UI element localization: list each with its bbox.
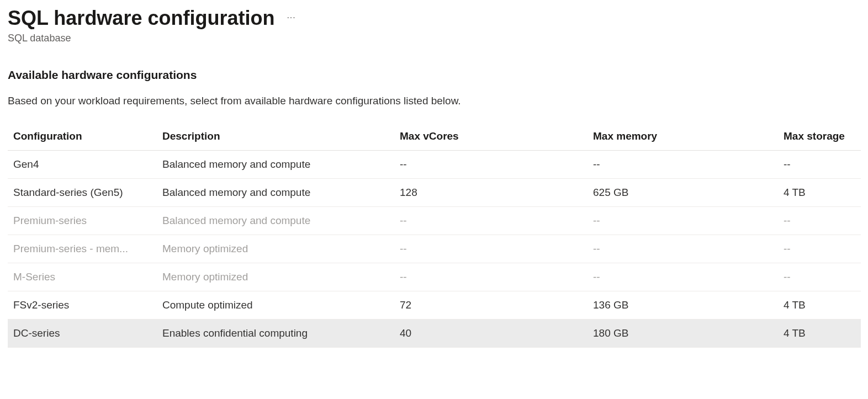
page-subtitle: SQL database	[8, 33, 860, 44]
table-row[interactable]: M-SeriesMemory optimized------	[8, 263, 861, 291]
column-header-description[interactable]: Description	[157, 123, 394, 151]
section-description: Based on your workload requirements, sel…	[8, 95, 860, 107]
cell-description: Compute optimized	[157, 291, 394, 320]
cell-max-storage: --	[778, 235, 861, 263]
cell-max-vcores: --	[394, 263, 588, 291]
cell-max-memory: --	[588, 235, 778, 263]
table-row[interactable]: DC-seriesEnables confidential computing4…	[8, 320, 861, 348]
table-row[interactable]: Premium-series - mem...Memory optimized-…	[8, 235, 861, 263]
column-header-max-vcores[interactable]: Max vCores	[394, 123, 588, 151]
cell-description: Balanced memory and compute	[157, 207, 394, 235]
cell-max-storage: --	[778, 263, 861, 291]
cell-configuration: M-Series	[8, 263, 157, 291]
cell-description: Enables confidential computing	[157, 320, 394, 348]
cell-max-vcores: 128	[394, 179, 588, 207]
cell-configuration: Standard-series (Gen5)	[8, 179, 157, 207]
cell-configuration: Premium-series - mem...	[8, 235, 157, 263]
table-row[interactable]: Premium-seriesBalanced memory and comput…	[8, 207, 861, 235]
cell-configuration: Gen4	[8, 151, 157, 179]
cell-max-storage: 4 TB	[778, 320, 861, 348]
cell-description: Memory optimized	[157, 263, 394, 291]
cell-description: Memory optimized	[157, 235, 394, 263]
table-row[interactable]: Standard-series (Gen5)Balanced memory an…	[8, 179, 861, 207]
cell-max-vcores: --	[394, 151, 588, 179]
cell-max-memory: 180 GB	[588, 320, 778, 348]
more-options-icon[interactable]: ···	[287, 13, 295, 23]
cell-max-storage: --	[778, 207, 861, 235]
cell-configuration: DC-series	[8, 320, 157, 348]
table-row[interactable]: FSv2-seriesCompute optimized72136 GB4 TB	[8, 291, 861, 320]
cell-max-memory: --	[588, 151, 778, 179]
cell-max-vcores: --	[394, 207, 588, 235]
cell-configuration: FSv2-series	[8, 291, 157, 320]
cell-description: Balanced memory and compute	[157, 179, 394, 207]
cell-description: Balanced memory and compute	[157, 151, 394, 179]
cell-max-memory: --	[588, 207, 778, 235]
cell-max-storage: 4 TB	[778, 179, 861, 207]
cell-max-storage: --	[778, 151, 861, 179]
cell-max-vcores: --	[394, 235, 588, 263]
cell-max-memory: 136 GB	[588, 291, 778, 320]
column-header-configuration[interactable]: Configuration	[8, 123, 157, 151]
page-title: SQL hardware configuration	[8, 6, 274, 30]
column-header-max-memory[interactable]: Max memory	[588, 123, 778, 151]
cell-max-memory: --	[588, 263, 778, 291]
cell-max-storage: 4 TB	[778, 291, 861, 320]
cell-max-vcores: 40	[394, 320, 588, 348]
hardware-config-table: Configuration Description Max vCores Max…	[8, 123, 861, 348]
table-row[interactable]: Gen4Balanced memory and compute------	[8, 151, 861, 179]
cell-max-memory: 625 GB	[588, 179, 778, 207]
section-heading: Available hardware configurations	[8, 68, 860, 82]
cell-configuration: Premium-series	[8, 207, 157, 235]
cell-max-vcores: 72	[394, 291, 588, 320]
column-header-max-storage[interactable]: Max storage	[778, 123, 861, 151]
